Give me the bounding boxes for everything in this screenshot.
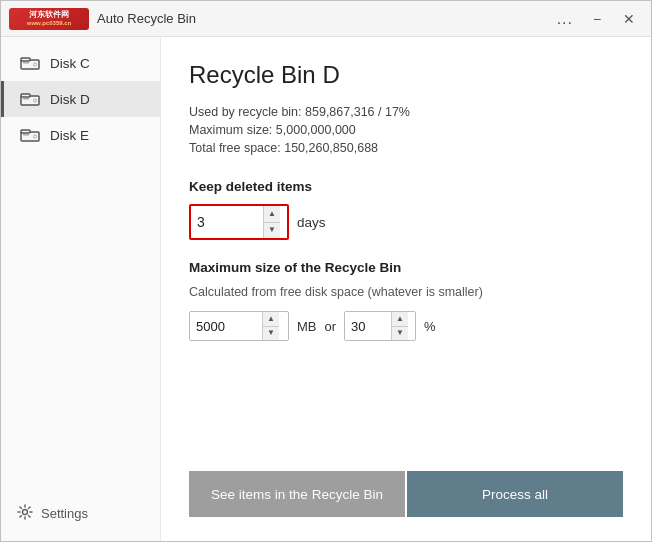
main-content: Recycle Bin D Used by recycle bin: 859,8… [161,37,651,541]
sidebar-item-disk-c[interactable]: Disk C [1,45,160,81]
svg-rect-3 [21,58,30,61]
logo-text-line1: 河东软件网 [27,10,71,20]
footer-buttons: See items in the Recycle Bin Process all [189,451,623,517]
max-size-desc: Calculated from free disk space (whateve… [189,285,623,299]
disk-c-icon [20,55,40,71]
or-label: or [325,319,337,334]
pct-up-button[interactable]: ▲ [392,312,408,327]
keep-deleted-input[interactable] [191,206,263,238]
content-area: Disk C Disk D [1,37,651,541]
title-bar-left: 河东软件网 www.pc0359.cn Auto Recycle Bin [9,8,196,30]
info-used: Used by recycle bin: 859,867,316 / 17% [189,105,623,119]
mb-spinner[interactable]: ▲ ▼ [189,311,289,341]
settings-label: Settings [41,506,88,521]
keep-deleted-row: ▲ ▼ days [189,204,623,240]
svg-rect-5 [23,98,29,100]
days-label: days [297,215,326,230]
pct-spinner[interactable]: ▲ ▼ [344,311,416,341]
settings-item[interactable]: Settings [1,494,160,533]
svg-rect-7 [21,94,30,97]
keep-deleted-up-button[interactable]: ▲ [264,206,280,223]
size-row: ▲ ▼ MB or ▲ ▼ % [189,311,623,341]
mb-down-button[interactable]: ▼ [263,327,279,341]
keep-deleted-spinner-buttons: ▲ ▼ [263,206,280,238]
window-title: Auto Recycle Bin [97,11,196,26]
title-bar: 河东软件网 www.pc0359.cn Auto Recycle Bin ...… [1,1,651,37]
page-title: Recycle Bin D [189,61,623,89]
process-all-button[interactable]: Process all [407,471,623,517]
svg-rect-11 [21,130,30,133]
more-options-button[interactable]: ... [551,10,579,28]
pct-unit-label: % [424,319,436,334]
see-items-button[interactable]: See items in the Recycle Bin [189,471,405,517]
pct-down-button[interactable]: ▼ [392,327,408,341]
mb-input[interactable] [190,312,262,340]
minimize-button[interactable]: − [583,8,611,30]
disk-d-icon [20,91,40,107]
keep-deleted-label: Keep deleted items [189,179,623,194]
keep-deleted-spinner[interactable]: ▲ ▼ [189,204,289,240]
sidebar-item-disk-e[interactable]: Disk E [1,117,160,153]
keep-deleted-down-button[interactable]: ▼ [264,223,280,239]
sidebar-label-disk-e: Disk E [50,128,89,143]
mb-spinner-buttons: ▲ ▼ [262,312,279,340]
app-window: 河东软件网 www.pc0359.cn Auto Recycle Bin ...… [0,0,652,542]
mb-unit-label: MB [297,319,317,334]
pct-spinner-buttons: ▲ ▼ [391,312,408,340]
svg-rect-1 [23,62,29,64]
info-free-space: Total free space: 150,260,850,688 [189,141,623,155]
info-max-size: Maximum size: 5,000,000,000 [189,123,623,137]
disk-e-icon [20,127,40,143]
svg-point-12 [23,510,28,515]
sidebar-label-disk-d: Disk D [50,92,90,107]
gear-icon [17,504,33,523]
logo-text-line2: www.pc0359.cn [27,20,71,27]
close-button[interactable]: ✕ [615,8,643,30]
max-size-label: Maximum size of the Recycle Bin [189,260,623,275]
svg-rect-9 [23,134,29,136]
sidebar: Disk C Disk D [1,37,161,541]
sidebar-item-disk-d[interactable]: Disk D [1,81,160,117]
title-bar-controls: ... − ✕ [551,8,643,30]
app-logo: 河东软件网 www.pc0359.cn [9,8,89,30]
mb-up-button[interactable]: ▲ [263,312,279,327]
sidebar-label-disk-c: Disk C [50,56,90,71]
pct-input[interactable] [345,312,391,340]
